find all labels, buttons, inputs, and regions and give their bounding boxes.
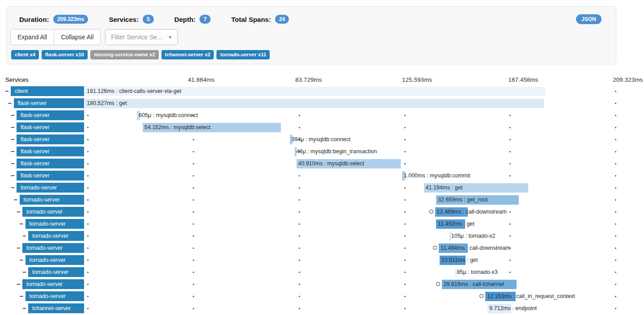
service-label[interactable]: flask-server	[17, 122, 84, 132]
time-dot	[404, 199, 406, 201]
collapse-toggle[interactable]: −	[8, 99, 12, 107]
span-bar[interactable]: 180.527ms : get	[85, 99, 544, 108]
span-bar[interactable]: 11.492ms : get	[436, 219, 465, 229]
service-label[interactable]: flask-server	[17, 171, 84, 181]
collapse-toggle[interactable]: −	[11, 147, 14, 155]
time-dot	[404, 296, 406, 297]
collapse-toggle[interactable]: −	[20, 292, 23, 300]
filter-service-select[interactable]: Filter Service Se... ▼	[105, 29, 178, 45]
time-dot	[87, 199, 89, 201]
time-dot	[193, 139, 194, 140]
service-tag-pill[interactable]: client x4	[11, 50, 39, 59]
json-button[interactable]: JSON	[576, 14, 602, 24]
service-label[interactable]: flask-server	[17, 159, 84, 168]
trace-stat: Services:5	[109, 15, 153, 24]
service-label[interactable]: flask-server	[17, 147, 84, 156]
time-dot	[404, 211, 406, 213]
service-label[interactable]: tornado-server	[22, 279, 84, 289]
span-label: 46μ : mysqldb:begin_transaction	[297, 147, 377, 156]
span-bar[interactable]: 41.194ms : get	[424, 183, 529, 193]
service-label[interactable]: tornado-server	[25, 219, 85, 229]
collapse-toggle[interactable]: −	[11, 123, 14, 131]
span-marker-circle	[436, 282, 440, 286]
collapse-toggle[interactable]: −	[20, 256, 23, 264]
time-dot	[404, 139, 406, 140]
collapse-toggle[interactable]: −	[11, 172, 14, 180]
service-column-cell: −tornado-server	[0, 218, 85, 230]
span-bar-track: 11.494ms : call-downstream	[85, 242, 644, 254]
collapse-toggle[interactable]: −	[14, 196, 17, 204]
stat-label: Total Spans:	[231, 16, 271, 23]
span-bar[interactable]: 394μ : mysqldb:connect	[290, 135, 292, 144]
span-bar[interactable]: 32.659ms : get_root	[436, 195, 519, 205]
collapse-toggle[interactable]: −	[11, 160, 14, 168]
span-bar[interactable]: 12.153ms : call_in_request_context	[485, 292, 516, 301]
time-dot	[87, 296, 89, 297]
collapse-toggle[interactable]: −	[5, 87, 8, 95]
service-label[interactable]: tornado-server	[22, 243, 84, 253]
service-label[interactable]: tchannel-server	[28, 303, 84, 313]
span-bar[interactable]: 605μ : mysqldb:connect	[137, 111, 140, 120]
span-label: 9.712ms : endpoint	[489, 304, 537, 313]
span-bar[interactable]: 29.816ms : call-tchannel	[442, 280, 517, 289]
service-column-cell: −tornado-server	[0, 254, 85, 266]
time-dot	[299, 308, 300, 309]
span-bar[interactable]: 105μ : tornado-x2	[449, 231, 451, 241]
service-column-cell: −flask-server	[0, 146, 85, 158]
collapse-toggle[interactable]: −	[22, 304, 26, 312]
collapse-toggle[interactable]: −	[11, 135, 14, 143]
service-tag-pill[interactable]: tchannel-server x2	[161, 50, 214, 59]
collapse-toggle[interactable]: −	[20, 220, 23, 228]
collapse-toggle[interactable]: −	[17, 244, 20, 252]
expand-all-button[interactable]: Expand All	[10, 29, 54, 45]
collapse-toggle[interactable]: −	[11, 111, 14, 119]
collapse-toggle[interactable]: −	[22, 268, 26, 276]
service-label[interactable]: client	[11, 86, 84, 96]
service-column-cell: −flask-server	[0, 122, 85, 134]
time-dot	[299, 248, 300, 249]
collapse-toggle[interactable]: −	[11, 184, 14, 192]
collapse-toggle[interactable]: −	[17, 208, 20, 216]
time-tick-label: 167.458ms	[508, 76, 538, 83]
span-bar[interactable]: 9.712ms : endpoint	[487, 304, 511, 313]
time-dot	[509, 272, 511, 273]
time-dot	[615, 308, 616, 309]
time-dot	[615, 235, 616, 237]
span-bar[interactable]: 10.511ms : get	[440, 256, 466, 265]
service-label[interactable]: flask-server	[14, 98, 85, 108]
time-dot	[615, 211, 616, 213]
collapse-toggle[interactable]: −	[22, 232, 26, 240]
service-label[interactable]: flask-server	[17, 134, 84, 144]
service-label[interactable]: flask-server	[17, 110, 84, 120]
span-bar[interactable]: 54.152ms : mysqldb:select	[143, 123, 281, 132]
filter-service-placeholder: Filter Service Se...	[111, 34, 162, 41]
span-bar[interactable]: 181.126ms : client-calls-server-via-get	[85, 87, 546, 96]
span-bar[interactable]: 1.000ms : mysqldb:commit	[402, 171, 406, 181]
span-bar-track: 11.492ms : get	[85, 218, 644, 230]
service-label[interactable]: tornado-server	[28, 267, 84, 277]
service-tag-pill[interactable]: missing-service-name x2	[90, 50, 159, 59]
stat-label: Services:	[109, 16, 139, 23]
span-bar[interactable]: 46μ : mysqldb:begin_transaction	[295, 147, 297, 156]
service-label[interactable]: tornado-server	[22, 207, 84, 217]
stat-value-badge: 5	[143, 15, 154, 24]
service-label[interactable]: tornado-server	[25, 255, 85, 265]
service-label[interactable]: tornado-server	[28, 231, 84, 241]
collapse-toggle[interactable]: −	[17, 280, 20, 288]
time-dot	[615, 163, 616, 164]
time-dot	[404, 308, 406, 309]
span-bar[interactable]: 12.489ms : call-downstream	[435, 207, 468, 217]
span-bar[interactable]: 11.494ms : call-downstream	[439, 244, 468, 253]
service-label[interactable]: tornado-server	[25, 291, 85, 301]
collapse-all-button[interactable]: Collapse All	[54, 29, 101, 45]
service-label[interactable]: tornado-server	[17, 183, 84, 193]
service-tag-pill[interactable]: flask-server x10	[42, 50, 88, 59]
service-label[interactable]: tornado-server	[20, 195, 85, 205]
service-tag-pill[interactable]: tornado-server x11	[216, 50, 270, 59]
span-label: 181.126ms : client-calls-server-via-get	[87, 87, 181, 96]
span-bar-track: 394μ : mysqldb:connect	[85, 134, 644, 146]
time-dot	[404, 260, 406, 261]
span-bar[interactable]: 85μ : tornado-x3	[455, 268, 457, 277]
span-bar[interactable]: 40.910ms : mysqldb:select	[297, 159, 401, 168]
service-column-cell: −flask-server	[0, 170, 85, 182]
